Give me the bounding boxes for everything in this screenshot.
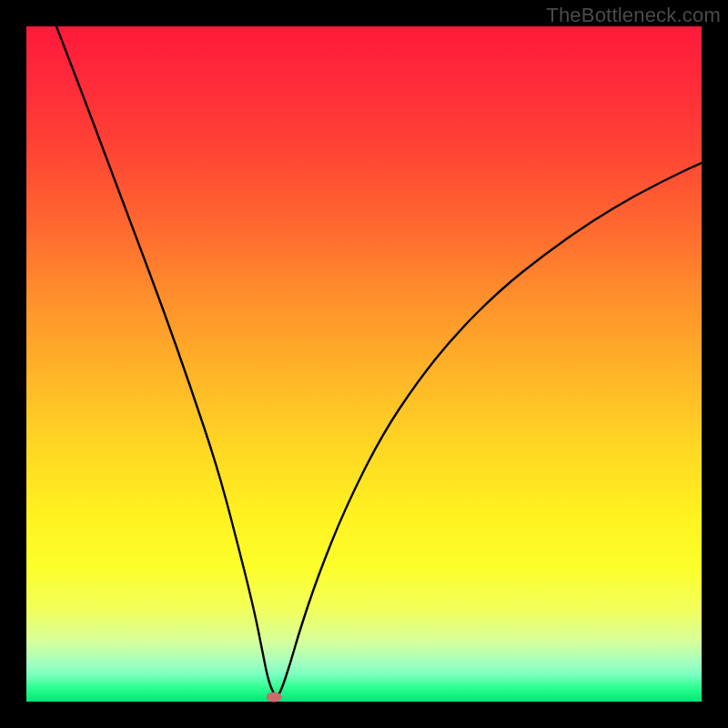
bottleneck-curve	[56, 26, 702, 695]
watermark-text: TheBottleneck.com	[546, 4, 721, 27]
plot-area	[26, 26, 702, 702]
optimum-marker	[267, 693, 282, 703]
curve-svg	[26, 26, 702, 702]
